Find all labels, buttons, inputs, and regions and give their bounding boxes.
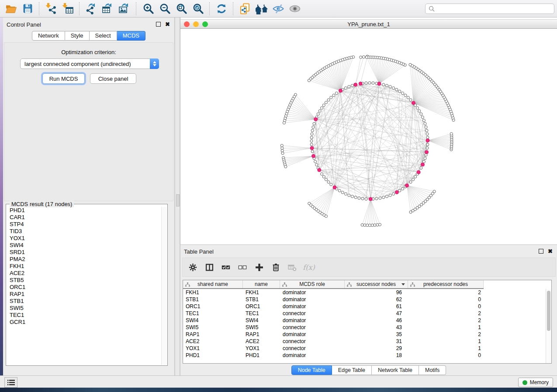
graph-satellite-node[interactable]: [284, 165, 287, 168]
graph-node[interactable]: [332, 94, 335, 96]
column-header-shared_name[interactable]: shared name: [183, 280, 243, 288]
mcds-result-item[interactable]: ACE2: [7, 270, 162, 277]
graph-node[interactable]: [375, 197, 378, 200]
table-scrollbar-thumb[interactable]: [547, 291, 550, 331]
refresh-view-button[interactable]: [213, 2, 230, 16]
graph-satellite-node[interactable]: [365, 56, 368, 58]
graph-node[interactable]: [314, 160, 317, 163]
graph-node[interactable]: [320, 107, 323, 109]
graph-satellite-node[interactable]: [366, 224, 369, 227]
export-network-button[interactable]: [83, 2, 100, 16]
graph-satellite-node[interactable]: [281, 149, 284, 152]
graph-node[interactable]: [426, 136, 429, 139]
graph-satellite-node[interactable]: [325, 215, 327, 217]
graph-satellite-node[interactable]: [281, 152, 284, 155]
graph-node[interactable]: [365, 82, 367, 84]
mcds-result-item[interactable]: ORC1: [7, 284, 162, 291]
close-panel-button[interactable]: Close panel: [90, 73, 136, 84]
optimization-criterion-select[interactable]: largest connected component (undirected): [20, 58, 159, 69]
save-session-button[interactable]: [19, 2, 36, 16]
panel-splitter[interactable]: [175, 17, 180, 375]
graph-node[interactable]: [382, 196, 385, 199]
graph-node[interactable]: [422, 119, 425, 122]
search-input[interactable]: [437, 5, 551, 12]
graph-node[interactable]: [348, 194, 350, 196]
graph-node[interactable]: [351, 195, 353, 198]
graph-node[interactable]: [424, 122, 426, 125]
graph-node[interactable]: [335, 92, 338, 94]
graph-node[interactable]: [401, 187, 404, 190]
graph-node[interactable]: [365, 198, 367, 200]
mcds-result-item[interactable]: STP4: [7, 221, 162, 228]
table-row[interactable]: ORC1ORC1dominator610: [183, 303, 546, 310]
graph-satellite-node[interactable]: [361, 224, 363, 226]
graph-node[interactable]: [312, 126, 315, 128]
graph-node[interactable]: [414, 175, 417, 178]
mcds-result-item[interactable]: TEC1: [7, 312, 162, 319]
splitter-grip[interactable]: [176, 194, 180, 206]
graph-node[interactable]: [330, 96, 332, 99]
graph-node[interactable]: [361, 197, 364, 200]
mcds-result-item[interactable]: PMA2: [7, 256, 162, 263]
graph-hub-node[interactable]: [426, 139, 429, 142]
graph-node[interactable]: [392, 193, 395, 195]
graph-node[interactable]: [311, 150, 314, 153]
clone-network-button[interactable]: [237, 2, 253, 16]
import-table-button[interactable]: [59, 2, 76, 16]
delete-row-button[interactable]: [269, 261, 282, 274]
mcds-result-item[interactable]: YOX1: [7, 235, 162, 242]
graph-node[interactable]: [420, 167, 422, 169]
column-header-name[interactable]: name: [243, 280, 280, 288]
graph-node[interactable]: [386, 195, 388, 198]
select-all-button[interactable]: [219, 261, 232, 274]
table-row[interactable]: ACE2ACE2connector311: [183, 338, 546, 345]
graph-node[interactable]: [421, 116, 424, 118]
graph-node[interactable]: [392, 87, 395, 89]
zoom-selected-button[interactable]: [190, 2, 206, 16]
graph-node[interactable]: [315, 164, 318, 166]
graph-node[interactable]: [351, 84, 353, 87]
graph-node[interactable]: [426, 147, 429, 149]
mcds-result-item[interactable]: SRD1: [7, 249, 162, 256]
mcds-result-item[interactable]: TID3: [7, 228, 162, 235]
graph-node[interactable]: [372, 82, 374, 84]
graph-node[interactable]: [424, 157, 426, 160]
graph-node[interactable]: [341, 191, 344, 194]
table-row[interactable]: STB1STB1dominator620: [183, 296, 546, 303]
graph-node[interactable]: [310, 136, 313, 139]
graph-node[interactable]: [317, 113, 319, 115]
graph-satellite-node[interactable]: [409, 63, 412, 66]
export-table-button[interactable]: [100, 2, 116, 16]
table-scrollbar[interactable]: [546, 289, 551, 363]
graph-hub-node[interactable]: [425, 150, 429, 154]
table-row[interactable]: RAP1RAP1dominator352: [183, 331, 546, 338]
mcds-result-item[interactable]: FKH1: [7, 263, 162, 270]
graph-node[interactable]: [325, 178, 327, 181]
mcds-list-scrollbar[interactable]: [161, 207, 167, 365]
graph-node[interactable]: [409, 181, 412, 183]
graph-node[interactable]: [358, 197, 360, 199]
graph-hub-node[interactable]: [405, 184, 409, 187]
graph-hub-node[interactable]: [318, 168, 321, 172]
table-row[interactable]: PHD1PHD1dominator180: [183, 352, 546, 359]
graph-node[interactable]: [327, 99, 330, 101]
graph-node[interactable]: [322, 104, 325, 107]
graph-hub-node[interactable]: [359, 82, 362, 86]
graph-satellite-node[interactable]: [308, 79, 310, 82]
graph-node[interactable]: [422, 160, 425, 163]
tab-network-table[interactable]: Network Table: [372, 365, 419, 375]
graph-hub-node[interactable]: [417, 171, 420, 174]
column-header-predecessor_nodes[interactable]: predecessor nodes: [408, 280, 484, 288]
graph-node[interactable]: [407, 96, 409, 99]
search-box[interactable]: [425, 3, 554, 14]
network-canvas[interactable]: [180, 28, 557, 244]
tab-motifs[interactable]: Motifs: [419, 365, 446, 375]
graph-hub-node[interactable]: [395, 190, 398, 194]
column-header-successor_nodes[interactable]: successor nodes: [345, 280, 408, 288]
graph-satellite-node[interactable]: [368, 224, 371, 227]
graph-node[interactable]: [386, 84, 388, 87]
table-row[interactable]: SWI4SWI4dominator462: [183, 317, 546, 324]
graph-hub-node[interactable]: [314, 117, 318, 121]
show-column-button[interactable]: [203, 261, 216, 274]
table-row[interactable]: YOX1YOX1connector291: [183, 345, 546, 352]
